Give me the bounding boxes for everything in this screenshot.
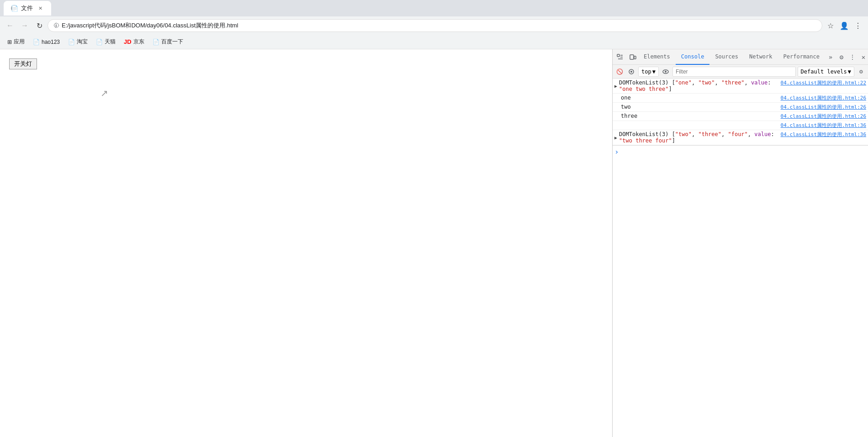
bookmark-icon-taobao: 📄	[68, 39, 75, 45]
dom-token-list-2: DOMTokenList(3) ["two", "three", "four",…	[619, 131, 777, 144]
console-line-5: 04.classList属性的使用.html:36	[613, 121, 868, 130]
console-source-1[interactable]: 04.classList属性的使用.html:22	[777, 79, 866, 86]
console-output: ▶ DOMTokenList(3) ["one", "two", "three"…	[613, 79, 868, 437]
address-bar[interactable]: 🛈 E:/javascript代码/jsBOM和DOM/day06/04.cla…	[48, 19, 822, 32]
console-content-6: ▶ DOMTokenList(3) ["two", "three", "four…	[614, 131, 777, 144]
bookmark-jd[interactable]: JD 京东	[120, 37, 148, 47]
console-settings-button[interactable]: ⚙	[856, 67, 866, 77]
navigation-toolbar: ← → ↻ 🛈 E:/javascript代码/jsBOM和DOM/day06/…	[0, 16, 868, 35]
tab-network[interactable]: Network	[744, 49, 778, 65]
apps-button[interactable]: ⊞ 应用	[4, 37, 28, 47]
filter-input[interactable]	[672, 67, 796, 77]
bookmark-icon-tianmao: 📄	[96, 39, 103, 45]
tab-favicon: 📄	[11, 5, 17, 11]
bookmark-hao123[interactable]: 📄 hao123	[29, 37, 64, 47]
console-prompt-icon: ›	[614, 147, 619, 156]
bookmark-icon-jd: JD	[124, 38, 132, 45]
svg-point-6	[665, 71, 667, 73]
devtools-close-button[interactable]: ✕	[858, 52, 868, 63]
console-source-5[interactable]: 04.classList属性的使用.html:36	[777, 122, 866, 129]
device-toggle-button[interactable]	[627, 52, 638, 63]
console-line-3: two 04.classList属性的使用.html:26	[613, 103, 868, 112]
console-content-1: ▶ DOMTokenList(3) ["one", "two", "three"…	[614, 79, 777, 92]
tab-sources-label: Sources	[715, 53, 738, 60]
bookmark-label-taobao: 淘宝	[77, 38, 88, 46]
svg-rect-0	[617, 54, 619, 57]
svg-rect-2	[634, 56, 636, 59]
devtools-settings-button[interactable]: ⚙	[836, 52, 847, 63]
tab-performance[interactable]: Performance	[778, 49, 825, 65]
clear-console-button[interactable]: 🚫	[614, 67, 625, 77]
devtools-more-button[interactable]: ⋮	[847, 52, 858, 63]
context-value: top	[641, 68, 651, 75]
devtools-icon-group	[614, 52, 638, 63]
tab-network-label: Network	[749, 53, 773, 60]
bookmark-taobao[interactable]: 📄 淘宝	[64, 37, 91, 47]
apps-icon: ⊞	[7, 39, 12, 45]
console-content-3: two	[614, 104, 777, 110]
console-line-1: ▶ DOMTokenList(3) ["one", "two", "three"…	[613, 79, 868, 94]
context-selector[interactable]: top ▼	[638, 67, 659, 77]
tab-sources[interactable]: Sources	[709, 49, 744, 65]
bookmark-tianmao[interactable]: 📄 天猫	[92, 37, 119, 47]
cursor-indicator: ↗	[101, 88, 108, 98]
bookmark-star-button[interactable]: ☆	[824, 19, 837, 32]
profile-button[interactable]: 👤	[838, 19, 851, 32]
console-line-2: one 04.classList属性的使用.html:26	[613, 94, 868, 103]
console-text-two: two	[621, 104, 631, 110]
tab-elements[interactable]: Elements	[638, 49, 676, 65]
levels-label: Default levels	[801, 68, 847, 75]
more-tabs-button[interactable]: »	[825, 52, 836, 63]
menu-button[interactable]: ⋮	[852, 19, 864, 32]
console-input-area: ›	[613, 145, 868, 158]
back-icon: ←	[6, 21, 14, 30]
tab-performance-label: Performance	[783, 53, 820, 60]
svg-point-4	[630, 71, 632, 73]
levels-dropdown[interactable]: Default levels ▼	[798, 67, 854, 77]
console-content-4: three	[614, 113, 777, 119]
tab-bar: 📄 文件 ✕	[0, 0, 868, 16]
console-source-3[interactable]: 04.classList属性的使用.html:26	[777, 104, 866, 111]
console-content-2: one	[614, 95, 777, 101]
bookmark-label-baidu: 百度一下	[161, 38, 183, 46]
forward-button[interactable]: →	[18, 19, 31, 32]
eye-icon[interactable]	[661, 67, 671, 77]
toolbar-right-actions: ☆ 👤 ⋮	[824, 19, 864, 32]
browser-chrome: 📄 文件 ✕ ← → ↻ 🛈 E:/javascript代码/jsBOM和DOM…	[0, 0, 868, 49]
console-filter-icon	[626, 67, 636, 77]
expand-arrow-1[interactable]: ▶	[614, 84, 617, 89]
back-button[interactable]: ←	[4, 19, 16, 32]
bookmark-label-tianmao: 天猫	[105, 38, 116, 46]
bookmark-icon-baidu: 📄	[153, 39, 159, 45]
tab-console[interactable]: Console	[676, 49, 710, 65]
toggle-light-button[interactable]: 开关灯	[9, 58, 37, 69]
bookmark-baidu[interactable]: 📄 百度一下	[149, 37, 187, 47]
console-text-one: one	[621, 95, 631, 101]
url-text: E:/javascript代码/jsBOM和DOM/day06/04.class…	[62, 21, 816, 30]
bookmark-label-hao123: hao123	[42, 39, 60, 45]
console-toolbar: 🚫 top ▼ Default levels ▼	[613, 65, 868, 79]
tab-console-label: Console	[681, 53, 704, 60]
reload-button[interactable]: ↻	[33, 19, 46, 32]
expand-arrow-6[interactable]: ▶	[614, 135, 617, 140]
devtools-panel: Elements Console Sources Network Perform…	[612, 49, 868, 437]
console-source-4[interactable]: 04.classList属性的使用.html:26	[777, 113, 866, 120]
devtools-actions: » ⚙ ⋮ ✕	[825, 52, 868, 63]
info-icon: 🛈	[53, 22, 59, 29]
svg-rect-1	[630, 55, 634, 59]
inspect-element-button[interactable]	[614, 52, 625, 63]
devtools-tab-bar: Elements Console Sources Network Perform…	[613, 49, 868, 65]
levels-dropdown-icon: ▼	[848, 68, 851, 75]
bookmark-icon-hao123: 📄	[33, 39, 40, 45]
bookmark-label-jd: 京东	[133, 38, 144, 46]
console-input[interactable]	[622, 149, 866, 155]
tab-title: 文件	[21, 4, 33, 12]
forward-icon: →	[21, 21, 28, 30]
console-text-three: three	[621, 113, 637, 119]
console-line-6: ▶ DOMTokenList(3) ["two", "three", "four…	[613, 130, 868, 145]
console-source-6[interactable]: 04.classList属性的使用.html:36	[777, 131, 866, 138]
tab-close-button[interactable]: ✕	[37, 5, 44, 12]
active-tab[interactable]: 📄 文件 ✕	[4, 1, 51, 16]
console-source-2[interactable]: 04.classList属性的使用.html:26	[777, 95, 866, 101]
page-content: 开关灯 ↗	[0, 49, 612, 437]
